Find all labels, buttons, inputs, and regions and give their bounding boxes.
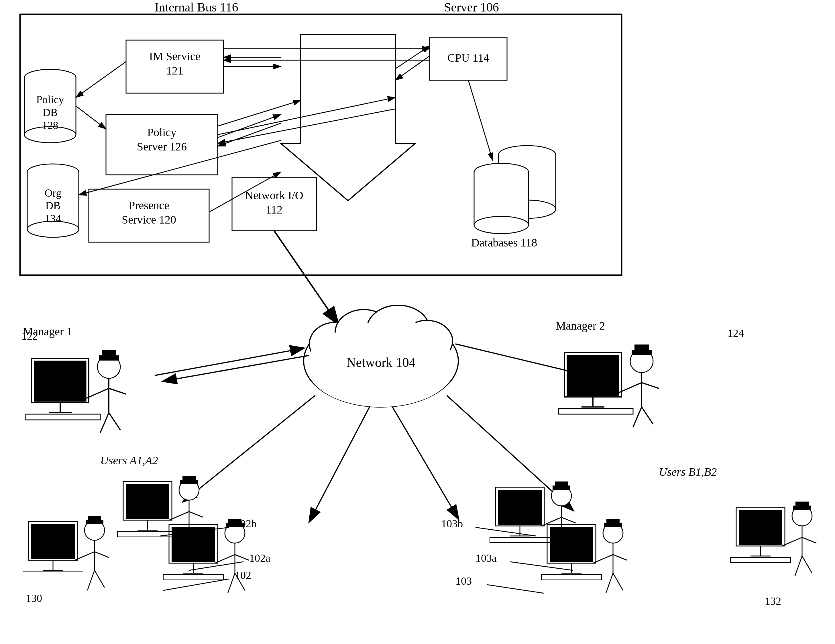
db2-bottom — [474, 216, 528, 234]
line-102 — [163, 579, 229, 590]
network-label: Network 104 — [346, 355, 415, 370]
svg-rect-36 — [559, 408, 633, 414]
label-122: 122 — [21, 330, 38, 342]
svg-line-69 — [228, 573, 235, 593]
svg-rect-84 — [499, 490, 541, 524]
svg-rect-75 — [23, 572, 83, 577]
svg-line-68 — [235, 555, 249, 560]
svg-rect-78 — [88, 516, 101, 521]
workstation-103a — [541, 519, 627, 593]
svg-rect-71 — [31, 524, 75, 559]
line-103b — [476, 527, 536, 536]
svg-rect-117 — [796, 502, 809, 507]
network-to-manager1-arrow — [163, 355, 309, 381]
svg-rect-19 — [34, 361, 86, 401]
svg-rect-88 — [490, 537, 550, 543]
users-a-label: Users A1,A2 — [100, 454, 158, 467]
manager1-to-network-arrow — [155, 348, 304, 376]
cpu-to-bus-arrow — [395, 56, 430, 80]
cpu-label: CPU 114 — [447, 51, 489, 64]
label-132: 132 — [765, 595, 781, 607]
svg-rect-91 — [555, 481, 568, 487]
svg-rect-114 — [731, 558, 791, 563]
policydb-to-policyserver-arrow — [76, 106, 106, 129]
org-db-num: 134 — [45, 212, 61, 224]
label-124: 124 — [728, 327, 744, 339]
svg-line-121 — [795, 556, 802, 576]
svg-line-83 — [94, 570, 104, 587]
label-102a: 102a — [249, 552, 270, 564]
svg-line-107 — [613, 555, 627, 560]
svg-line-122 — [802, 556, 812, 573]
network-to-102-arrow — [309, 407, 370, 522]
svg-line-55 — [189, 512, 203, 517]
svg-line-29 — [109, 388, 126, 394]
svg-rect-32 — [567, 355, 619, 395]
cpu-to-db-arrow — [468, 80, 493, 161]
nio-to-network-arrow — [274, 231, 338, 324]
svg-line-120 — [802, 537, 816, 543]
svg-rect-110 — [739, 510, 782, 545]
network-cloud: Network 104 — [304, 305, 458, 407]
svg-rect-26 — [102, 350, 116, 356]
svg-line-42 — [642, 383, 659, 388]
databases-label: Databases 118 — [471, 236, 538, 249]
policy-db-label1: Policy — [36, 93, 64, 106]
label-103b: 103b — [441, 517, 463, 530]
policy-server-label2: Server 126 — [137, 140, 187, 153]
svg-line-30 — [100, 413, 109, 433]
manager2-label: Manager 2 — [556, 319, 605, 332]
network-to-usera-arrow — [184, 395, 315, 502]
svg-line-43 — [633, 407, 642, 427]
network-to-103-arrow — [392, 407, 458, 519]
org-db-label2: DB — [45, 200, 61, 211]
im-to-policydb-arrow — [76, 62, 126, 98]
presence-service-label2: Service 120 — [122, 213, 176, 226]
manager1-workstation: Manager 1 — [23, 325, 126, 433]
internal-bus-label: Internal Bus 116 — [155, 0, 238, 14]
svg-rect-97 — [550, 527, 593, 562]
svg-line-109 — [613, 573, 623, 590]
im-service-label: IM Service — [149, 50, 200, 63]
svg-line-81 — [94, 552, 109, 558]
svg-rect-101 — [541, 575, 601, 580]
svg-line-82 — [88, 570, 94, 590]
label-130: 130 — [26, 592, 42, 604]
label-102b: 102b — [235, 517, 257, 530]
svg-rect-58 — [172, 527, 215, 562]
label-103a: 103a — [476, 552, 497, 564]
network-io-num: 112 — [266, 203, 283, 216]
im-service-num: 121 — [166, 64, 184, 77]
svg-rect-104 — [606, 519, 620, 524]
label-103: 103 — [455, 575, 472, 587]
presence-service-label: Presence — [128, 199, 169, 212]
policy-db-num: 128 — [42, 119, 58, 131]
svg-rect-39 — [635, 345, 649, 351]
policy-db-label2: DB — [43, 106, 58, 119]
label-102: 102 — [235, 569, 251, 581]
workstation-132 — [731, 502, 816, 576]
network-io-label: Network I/O — [245, 189, 303, 202]
workstation-130 — [23, 516, 109, 590]
line-103 — [487, 585, 544, 593]
manager2-workstation: Manager 2 — [556, 319, 659, 427]
org-db-label1: Org — [45, 187, 61, 199]
svg-rect-45 — [126, 485, 169, 519]
svg-rect-52 — [182, 476, 196, 481]
svg-line-31 — [109, 413, 120, 430]
svg-rect-23 — [26, 414, 100, 420]
svg-line-94 — [561, 517, 576, 523]
server-label: Server 106 — [444, 0, 499, 14]
svg-line-108 — [606, 573, 613, 593]
policy-server-label: Policy — [147, 126, 177, 139]
users-b-label: Users B1,B2 — [659, 465, 717, 478]
policyserver-to-bus-arrow — [218, 115, 281, 138]
svg-rect-62 — [163, 575, 223, 580]
bus-to-cpu-arrow — [395, 46, 430, 69]
svg-line-44 — [642, 407, 653, 424]
